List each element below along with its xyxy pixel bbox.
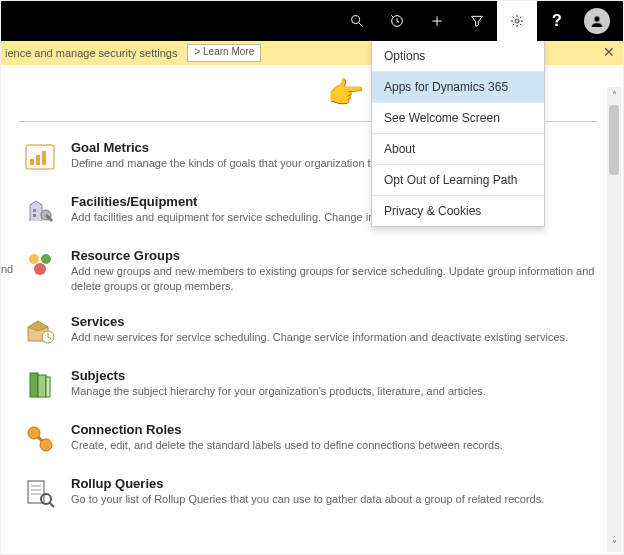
svg-rect-9 [36, 155, 40, 165]
setting-title: Services [71, 314, 568, 329]
setting-title: Goal Metrics [71, 140, 400, 155]
svg-point-16 [34, 263, 46, 275]
user-avatar[interactable] [584, 8, 610, 34]
svg-rect-19 [38, 375, 46, 397]
settings-button[interactable] [497, 1, 537, 41]
setting-connection-roles[interactable]: Connection Roles Create, edit, and delet… [1, 416, 605, 470]
learn-more-button[interactable]: > Learn More [187, 44, 261, 62]
scroll-thumb[interactable] [609, 105, 619, 175]
chevron-up-icon: ˄ [612, 90, 617, 101]
setting-title: Resource Groups [71, 248, 597, 263]
menu-item-privacy[interactable]: Privacy & Cookies [372, 196, 544, 226]
setting-desc: Create, edit, and delete the standard la… [71, 438, 503, 453]
plus-icon [429, 13, 445, 29]
settings-menu: Options Apps for Dynamics 365 See Welcom… [371, 41, 545, 227]
menu-item-welcome[interactable]: See Welcome Screen [372, 103, 544, 134]
svg-rect-10 [42, 151, 46, 165]
svg-point-0 [352, 16, 360, 24]
chevron-down-icon: ˅ [612, 539, 617, 550]
setting-desc: Add new services for service scheduling.… [71, 330, 568, 345]
close-icon: ✕ [603, 44, 615, 60]
funnel-icon [469, 13, 485, 29]
menu-item-options[interactable]: Options [372, 41, 544, 72]
setting-rollup-queries[interactable]: Rollup Queries Go to your list of Rollup… [1, 470, 605, 524]
setting-desc: Define and manage the kinds of goals tha… [71, 156, 400, 171]
setting-subjects[interactable]: Subjects Manage the subject hierarchy fo… [1, 362, 605, 416]
menu-item-apps-dynamics[interactable]: Apps for Dynamics 365 [372, 72, 544, 103]
resource-groups-icon [23, 248, 57, 282]
svg-rect-20 [46, 377, 50, 397]
pointing-hand-icon: 👉 [327, 75, 364, 110]
notification-text: ience and manage security settings [5, 47, 177, 59]
menu-item-about[interactable]: About [372, 134, 544, 165]
svg-rect-12 [33, 214, 36, 217]
scroll-up[interactable]: ˄ [607, 87, 621, 103]
gear-icon [509, 13, 525, 29]
setting-resource-groups[interactable]: Resource Groups Add new groups and new m… [1, 242, 605, 308]
svg-point-5 [515, 19, 519, 23]
search-button[interactable] [337, 1, 377, 41]
svg-rect-8 [30, 159, 34, 165]
svg-rect-11 [33, 209, 36, 212]
filter-button[interactable] [457, 1, 497, 41]
goal-metrics-icon [23, 140, 57, 174]
scrollbar[interactable]: ˄ ˅ [607, 87, 621, 552]
person-icon [589, 13, 605, 29]
setting-desc: Go to your list of Rollup Queries that y… [71, 492, 544, 507]
svg-point-14 [29, 254, 39, 264]
notification-close[interactable]: ✕ [603, 44, 615, 60]
clock-icon [389, 13, 405, 29]
scroll-down[interactable]: ˅ [607, 536, 621, 552]
help-button[interactable]: ? [537, 1, 577, 41]
connection-roles-icon [23, 422, 57, 456]
svg-line-28 [50, 503, 54, 507]
services-icon [23, 314, 57, 348]
rollup-queries-icon [23, 476, 57, 510]
question-icon: ? [552, 12, 562, 30]
subjects-icon [23, 368, 57, 402]
svg-line-1 [359, 23, 363, 27]
svg-point-15 [41, 254, 51, 264]
topbar: ? [1, 1, 623, 41]
setting-title: Rollup Queries [71, 476, 544, 491]
search-icon [349, 13, 365, 29]
facilities-icon [23, 194, 57, 228]
new-button[interactable] [417, 1, 457, 41]
setting-title: Subjects [71, 368, 486, 383]
menu-item-opt-out-learning[interactable]: Opt Out of Learning Path [372, 165, 544, 196]
recent-button[interactable] [377, 1, 417, 41]
setting-services[interactable]: Services Add new services for service sc… [1, 308, 605, 362]
setting-desc: Add new groups and new members to existi… [71, 264, 597, 294]
cutoff-row-text: nd [1, 263, 21, 283]
setting-title: Connection Roles [71, 422, 503, 437]
svg-rect-18 [30, 373, 38, 397]
setting-desc: Manage the subject hierarchy for your or… [71, 384, 486, 399]
svg-point-6 [594, 16, 599, 21]
